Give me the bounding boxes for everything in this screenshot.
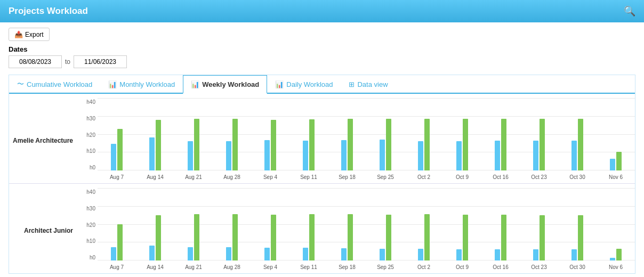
bar-blue (303, 141, 308, 170)
charts-container: Amelie Architectureh40h30h20h10h0Aug 7Au… (9, 94, 635, 273)
tab-cumulative[interactable]: 〜 Cumulative Workload (9, 75, 100, 93)
bar-blue (303, 248, 308, 260)
x-label: Sep 4 (251, 264, 289, 270)
y-label: h20 (86, 222, 95, 228)
x-label: Oct 16 (481, 174, 520, 180)
bar-blue (149, 137, 155, 170)
week-group (98, 224, 136, 260)
x-label: Oct 2 (405, 174, 443, 180)
week-group (213, 214, 251, 260)
x-label: Sep 11 (289, 174, 328, 180)
x-label: Nov 6 (597, 264, 635, 270)
bar-blue (111, 144, 116, 170)
bar-blue (226, 141, 231, 170)
bars-group-1 (98, 188, 635, 260)
tab-monthly[interactable]: 📊 Monthly Workload (100, 75, 183, 93)
week-group (366, 215, 405, 260)
x-label: Aug 21 (174, 174, 213, 180)
tabs-bar: 〜 Cumulative Workload 📊 Monthly Workload… (9, 75, 635, 94)
week-group (366, 119, 405, 170)
bar-green (424, 119, 430, 170)
dataview-icon: ⊞ (349, 80, 355, 88)
bar-green (578, 215, 583, 260)
search-icon[interactable]: 🔍 (624, 5, 635, 17)
week-group (520, 119, 558, 170)
bar-green (386, 215, 391, 260)
x-label: Sep 25 (366, 264, 405, 270)
bar-green (463, 119, 468, 170)
x-label: Oct 9 (443, 264, 481, 270)
bar-green (156, 215, 161, 260)
tab-dataview[interactable]: ⊞ Data view (341, 75, 396, 93)
y-label: h20 (86, 132, 95, 138)
bar-blue (533, 141, 538, 170)
x-label: Sep 4 (251, 174, 289, 180)
week-group (443, 215, 481, 260)
x-label: Oct 2 (405, 264, 443, 270)
bar-blue (341, 140, 347, 170)
x-label: Nov 6 (597, 174, 635, 180)
tab-cumulative-label: Cumulative Workload (27, 80, 92, 88)
bar-green (501, 215, 506, 260)
bar-blue (418, 249, 423, 260)
bar-blue (571, 141, 577, 170)
bar-blue (571, 249, 577, 260)
bar-green (117, 129, 123, 170)
tab-daily[interactable]: 📊 Daily Workload (267, 75, 341, 93)
week-group (213, 119, 251, 170)
x-label: Sep 18 (328, 174, 366, 180)
x-axis-0: Aug 7Aug 14Aug 21Aug 28Sep 4Sep 11Sep 18… (98, 170, 635, 183)
bar-green (309, 214, 315, 260)
bar-green (424, 214, 430, 260)
chart-row-1: Architect Juniorh40h30h20h10h0Aug 7Aug 1… (9, 184, 635, 273)
tab-weekly[interactable]: 📊 Weekly Workload (183, 75, 267, 94)
chart-panel: 〜 Cumulative Workload 📊 Monthly Workload… (9, 75, 635, 274)
monthly-icon: 📊 (108, 80, 117, 88)
bar-green (194, 214, 199, 260)
dates-row: to (9, 55, 635, 68)
week-group (405, 214, 443, 260)
bar-green (232, 119, 238, 170)
x-label: Aug 21 (174, 264, 213, 270)
export-button[interactable]: 📤 Export (9, 28, 50, 41)
week-group (174, 119, 213, 170)
x-label: Oct 30 (558, 174, 597, 180)
week-group (481, 215, 520, 260)
toolbar: 📤 Export (9, 28, 635, 41)
week-group (328, 214, 366, 260)
tab-monthly-label: Monthly Workload (119, 80, 175, 88)
export-label: Export (25, 31, 44, 38)
y-label: h40 (86, 99, 95, 105)
bar-green (501, 119, 506, 170)
x-label: Oct 30 (558, 264, 597, 270)
bars-group-0 (98, 98, 635, 170)
y-axis-1: h40h30h20h10h0 (78, 188, 98, 260)
bar-green (194, 119, 199, 170)
x-label: Aug 14 (136, 174, 174, 180)
bar-blue (264, 140, 270, 170)
bar-green (386, 119, 391, 170)
week-group (251, 120, 289, 170)
bar-green (232, 214, 238, 260)
bar-blue (456, 249, 462, 260)
bar-green (117, 224, 123, 260)
dates-section: Dates to (9, 45, 635, 68)
x-axis-1: Aug 7Aug 14Aug 21Aug 28Sep 4Sep 11Sep 18… (98, 260, 635, 273)
y-label: h30 (86, 206, 95, 211)
week-group (98, 129, 136, 170)
app-header: Projects Workload 🔍 (0, 0, 644, 22)
date-to-input[interactable] (74, 55, 127, 68)
bar-green (540, 119, 545, 170)
week-group (251, 215, 289, 260)
bar-blue (264, 248, 270, 260)
bar-blue (380, 140, 385, 170)
week-group (558, 215, 597, 260)
week-group (597, 249, 635, 260)
week-group (289, 119, 328, 170)
bar-blue (456, 141, 462, 170)
date-from-input[interactable] (9, 55, 62, 68)
bar-green (348, 214, 353, 260)
bar-blue (341, 248, 347, 260)
y-label: h10 (86, 148, 95, 154)
daily-icon: 📊 (275, 80, 284, 88)
